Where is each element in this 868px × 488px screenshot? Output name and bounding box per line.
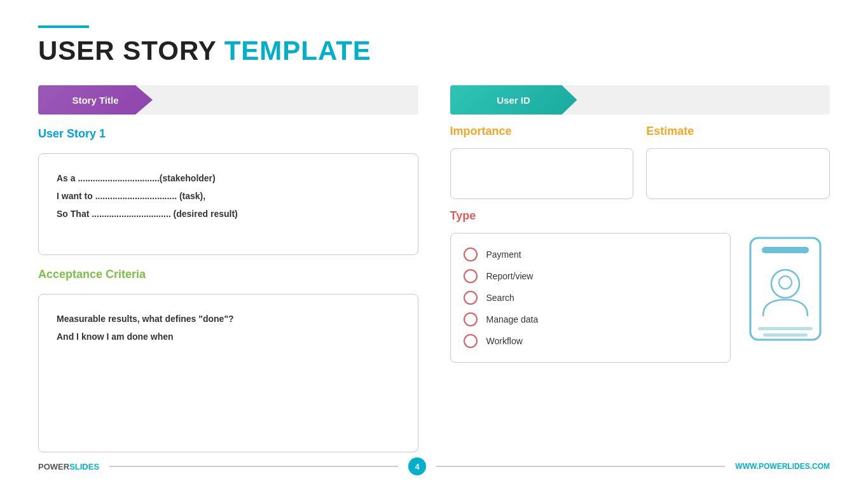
brand-logo: POWERSLIDES bbox=[38, 462, 99, 471]
footer-line-right bbox=[436, 466, 725, 467]
type-item-payment: Payment bbox=[464, 244, 718, 265]
svg-rect-5 bbox=[763, 333, 808, 337]
type-list-box: Payment Report/view Search Manage data bbox=[450, 233, 731, 363]
type-row: Payment Report/view Search Manage data bbox=[450, 233, 830, 363]
story-body-line1: As a .................................(s… bbox=[57, 169, 400, 187]
radio-payment[interactable] bbox=[464, 247, 478, 261]
user-story-label: User Story 1 bbox=[38, 127, 418, 141]
website-link: WWW.POWERLIDES.COM bbox=[735, 462, 830, 471]
radio-search[interactable] bbox=[464, 291, 478, 305]
user-illustration bbox=[741, 233, 830, 347]
estimate-col: Estimate bbox=[646, 125, 830, 199]
type-label: Type bbox=[450, 209, 830, 223]
page-number: 4 bbox=[408, 457, 426, 475]
slide: USER STORY TEMPLATE Story Title User Sto… bbox=[0, 0, 868, 488]
right-column: User ID Importance Estimate Type bbox=[450, 85, 830, 452]
importance-label: Importance bbox=[450, 125, 634, 138]
title-black: USER STORY bbox=[38, 36, 224, 66]
story-title-banner: Story Title bbox=[38, 85, 418, 115]
story-title-label: Story Title bbox=[72, 95, 118, 106]
metrics-row: Importance Estimate bbox=[450, 125, 830, 199]
type-item-reportview: Report/view bbox=[464, 265, 718, 287]
type-label-payment: Payment bbox=[486, 249, 521, 260]
user-id-tab: User ID bbox=[450, 85, 577, 115]
page-title: USER STORY TEMPLATE bbox=[38, 36, 830, 66]
type-item-search: Search bbox=[464, 287, 718, 309]
type-item-managedata: Manage data bbox=[464, 309, 718, 330]
importance-box bbox=[450, 148, 634, 199]
type-label-reportview: Report/view bbox=[486, 271, 534, 281]
radio-workflow[interactable] bbox=[464, 334, 478, 348]
header-accent-line bbox=[38, 25, 89, 28]
acceptance-label: Acceptance Criteria bbox=[38, 268, 418, 281]
user-id-label: User ID bbox=[497, 95, 530, 106]
acceptance-box: Measurable results, what defines "done"?… bbox=[38, 294, 418, 452]
user-id-banner: User ID bbox=[450, 85, 830, 115]
story-body-box: As a .................................(s… bbox=[38, 153, 418, 255]
footer: POWERSLIDES 4 WWW.POWERLIDES.COM bbox=[38, 457, 830, 475]
acceptance-line1: Measurable results, what defines "done"? bbox=[57, 310, 400, 328]
type-label-workflow: Workflow bbox=[486, 336, 523, 346]
type-label-managedata: Manage data bbox=[486, 314, 539, 324]
type-item-workflow: Workflow bbox=[464, 330, 718, 352]
radio-reportview[interactable] bbox=[464, 269, 478, 283]
content-area: Story Title User Story 1 As a ..........… bbox=[38, 85, 830, 452]
story-body-line3: So That ................................… bbox=[57, 205, 400, 223]
estimate-box bbox=[646, 148, 830, 199]
brand-blue: SLIDES bbox=[69, 462, 99, 471]
left-column: Story Title User Story 1 As a ..........… bbox=[38, 85, 418, 452]
type-label-search: Search bbox=[486, 293, 514, 303]
title-blue: TEMPLATE bbox=[224, 36, 371, 66]
user-icon-svg bbox=[744, 233, 827, 347]
importance-col: Importance bbox=[450, 125, 634, 199]
story-title-tab: Story Title bbox=[38, 85, 153, 115]
svg-rect-4 bbox=[758, 327, 813, 330]
brand-black: POWER bbox=[38, 462, 69, 471]
acceptance-line2: And I know I am done when bbox=[57, 328, 400, 345]
radio-managedata[interactable] bbox=[464, 312, 478, 326]
footer-line-left bbox=[109, 466, 398, 467]
svg-rect-1 bbox=[762, 247, 809, 253]
estimate-label: Estimate bbox=[646, 125, 830, 138]
svg-point-3 bbox=[779, 276, 792, 289]
story-body-line2: I want to ..............................… bbox=[57, 187, 400, 205]
